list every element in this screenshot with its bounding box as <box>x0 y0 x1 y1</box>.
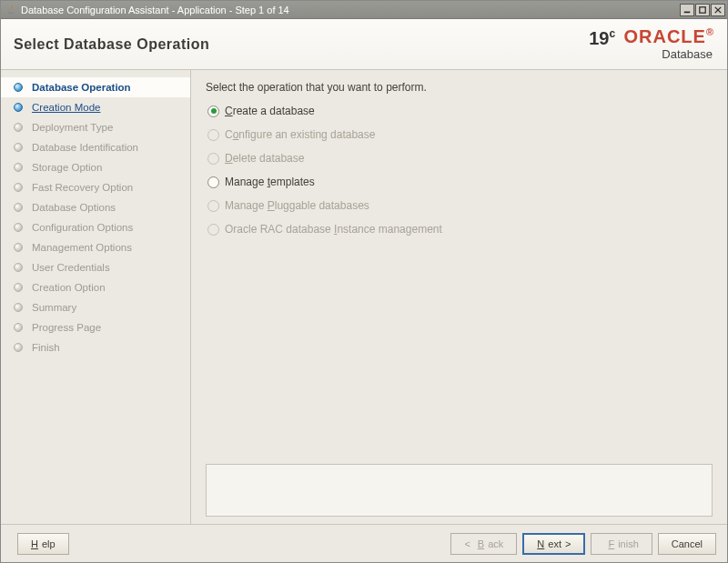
close-button[interactable] <box>711 4 725 16</box>
radio-manage-pluggable: Manage Pluggable databases <box>207 199 713 212</box>
sidebar-step-storage-option: Storage Option <box>1 157 190 177</box>
finish-button: Finish <box>591 533 652 555</box>
sidebar-step-user-credentials: User Credentials <box>1 257 190 277</box>
svg-rect-0 <box>684 11 690 13</box>
radio-manage-templates[interactable]: Manage templates <box>207 176 713 188</box>
sidebar-step-fast-recovery-option: Fast Recovery Option <box>1 177 190 197</box>
app-window: Database Configuration Assistant - Appli… <box>0 0 728 563</box>
radio-icon <box>207 106 219 117</box>
sidebar-step-configuration-options: Configuration Options <box>1 217 190 237</box>
oracle-logo: 19c ORACLE® Database <box>589 26 714 61</box>
sidebar-step-database-operation[interactable]: Database Operation <box>1 77 190 97</box>
step-dot-icon <box>14 143 23 152</box>
next-button[interactable]: Next > <box>522 533 585 555</box>
window-title: Database Configuration Assistant - Appli… <box>21 5 680 15</box>
step-dot-icon <box>14 83 23 92</box>
sidebar-step-database-identification: Database Identification <box>1 137 190 157</box>
step-dot-icon <box>14 303 23 312</box>
step-dot-icon <box>14 103 23 112</box>
sidebar-step-summary: Summary <box>1 297 190 317</box>
java-icon <box>5 4 17 16</box>
radio-icon <box>207 129 219 141</box>
step-dot-icon <box>14 223 23 232</box>
sidebar-step-finish: Finish <box>1 337 190 357</box>
step-dot-icon <box>14 343 23 352</box>
step-dot-icon <box>14 203 23 212</box>
svg-rect-1 <box>700 6 705 12</box>
radio-icon <box>207 224 219 236</box>
radio-icon <box>207 153 219 165</box>
step-dot-icon <box>14 283 23 292</box>
chevron-right-icon: > <box>565 538 571 549</box>
step-dot-icon <box>14 323 23 332</box>
operation-options: Create a database Configure an existing … <box>206 105 713 236</box>
prompt-text: Select the operation that you want to pe… <box>206 81 713 94</box>
footer: Help <Back Next > Finish Cancel <box>1 524 727 562</box>
content-pane: Select the operation that you want to pe… <box>191 70 727 524</box>
sidebar-step-database-options: Database Options <box>1 197 190 217</box>
cancel-button[interactable]: Cancel <box>658 533 716 555</box>
sidebar-step-management-options: Management Options <box>1 237 190 257</box>
help-button[interactable]: Help <box>17 533 69 555</box>
step-dot-icon <box>14 123 23 132</box>
page-title: Select Database Operation <box>14 36 589 53</box>
sidebar-step-creation-mode[interactable]: Creation Mode <box>1 97 190 117</box>
radio-icon <box>207 176 219 188</box>
minimize-button[interactable] <box>680 4 694 16</box>
message-area <box>206 464 713 517</box>
sidebar-step-deployment-type: Deployment Type <box>1 117 190 137</box>
chevron-left-icon: < <box>464 538 470 549</box>
radio-configure-database: Configure an existing database <box>207 128 713 141</box>
radio-rac-instance: Oracle RAC database Instance management <box>207 223 713 236</box>
maximize-button[interactable] <box>695 4 710 16</box>
radio-delete-database: Delete database <box>207 152 713 165</box>
step-dot-icon <box>14 163 23 172</box>
titlebar: Database Configuration Assistant - Appli… <box>1 1 727 19</box>
step-dot-icon <box>14 263 23 272</box>
back-button: <Back <box>450 533 517 555</box>
sidebar-step-progress-page: Progress Page <box>1 317 190 337</box>
step-dot-icon <box>14 183 23 192</box>
step-dot-icon <box>14 243 23 252</box>
sidebar: Database Operation Creation Mode Deploym… <box>1 70 191 524</box>
radio-create-database[interactable]: Create a database <box>207 105 713 117</box>
main: Database Operation Creation Mode Deploym… <box>1 70 727 524</box>
radio-icon <box>207 200 219 212</box>
sidebar-step-creation-option: Creation Option <box>1 277 190 297</box>
header: Select Database Operation 19c ORACLE® Da… <box>1 19 727 70</box>
